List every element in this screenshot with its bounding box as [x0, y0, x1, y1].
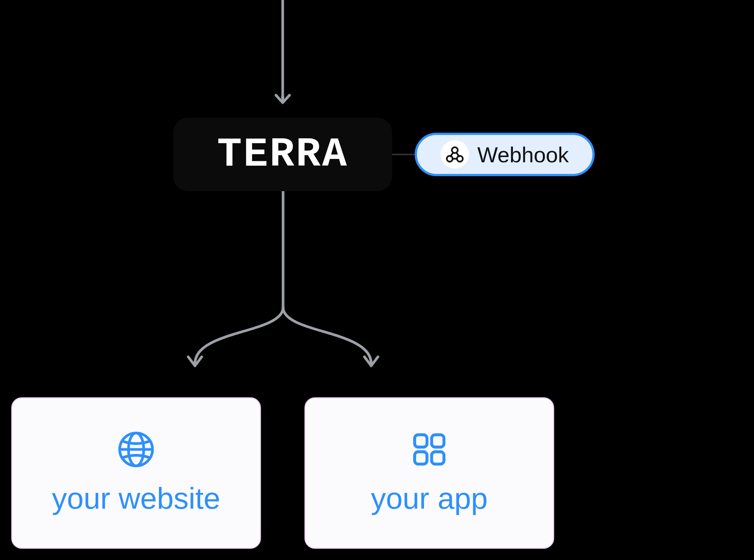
- webhook-node: Webhook: [415, 133, 595, 176]
- svg-rect-11: [432, 452, 444, 464]
- svg-rect-9: [432, 434, 444, 447]
- webhook-icon: [445, 145, 464, 164]
- svg-rect-10: [415, 452, 427, 464]
- webhook-icon-container: [441, 140, 469, 169]
- terra-label: TERRA: [217, 131, 348, 178]
- arrowhead-down-icon: [274, 90, 292, 108]
- apps-grid-icon: [411, 431, 448, 468]
- globe-icon: [117, 431, 155, 468]
- connector-line: [392, 154, 415, 155]
- app-label: your app: [371, 481, 487, 516]
- split-arrow-icon: [135, 191, 431, 390]
- flow-diagram: TERRA Webhook: [0, 0, 754, 560]
- app-node: your app: [304, 397, 554, 549]
- website-label: your website: [52, 481, 220, 516]
- webhook-label: Webhook: [477, 142, 569, 167]
- terra-node: TERRA: [173, 118, 392, 191]
- website-node: your website: [11, 397, 261, 549]
- svg-rect-8: [415, 434, 427, 447]
- arrow-down-icon: [281, 0, 284, 105]
